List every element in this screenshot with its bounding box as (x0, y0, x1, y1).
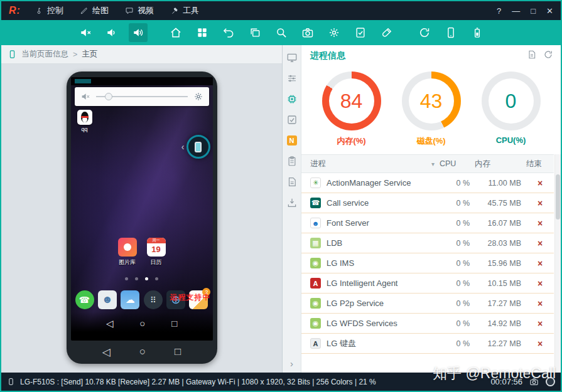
process-cpu: 0 % (440, 279, 475, 288)
header-memory[interactable]: 内存 (475, 159, 526, 169)
lg-ims-icon: ◉ (310, 258, 321, 268)
kill-process-button[interactable]: × (538, 278, 543, 289)
screenshot-icon[interactable] (298, 23, 317, 42)
bezel-home-button[interactable]: ○ (139, 346, 146, 358)
table-row[interactable]: ✳ActionManager Service0 %11.00 MB× (301, 173, 554, 193)
tasks-check-icon[interactable] (351, 23, 370, 42)
table-row[interactable]: ☻Font Server0 %16.07 MB× (301, 213, 554, 233)
process-memory: 14.92 MB (475, 319, 526, 328)
maximize-button[interactable]: □ (531, 6, 536, 16)
breadcrumb-page-info[interactable]: 当前页面信息 (21, 49, 68, 60)
process-memory: 28.03 MB (475, 239, 526, 248)
process-name: LG Intelligent Agent (327, 278, 397, 288)
help-button[interactable]: ? (497, 6, 501, 16)
dock-phone-icon[interactable]: ☎ (75, 290, 94, 309)
volume-slider-knob[interactable] (105, 93, 112, 100)
expand-panel-button[interactable]: › (290, 358, 293, 369)
recents-button[interactable]: □ (171, 318, 177, 329)
process-memory: 16.07 MB (475, 219, 526, 228)
volume-settings-icon[interactable] (193, 92, 203, 102)
export-report-button[interactable] (527, 50, 537, 62)
calendar-app[interactable]: 周一19 日历 (147, 238, 166, 267)
search-icon[interactable] (272, 23, 291, 42)
side-tab-logs[interactable] (286, 176, 298, 188)
kill-process-button[interactable]: × (538, 238, 543, 248)
menu-control[interactable]: 控制 (35, 5, 63, 16)
undo-icon[interactable] (219, 23, 238, 42)
breadcrumb-home[interactable]: 主页 (82, 49, 97, 60)
header-end[interactable]: 结束 (526, 159, 554, 169)
kill-process-button[interactable]: × (538, 178, 543, 188)
statusbar-right: 00:07:56 (490, 377, 555, 386)
qq-app-icon[interactable]: qq (77, 110, 92, 132)
minimize-button[interactable]: — (512, 6, 520, 16)
home-button[interactable]: ○ (139, 318, 145, 329)
volume-low-icon[interactable] (102, 23, 121, 42)
table-scrollbar[interactable] (554, 154, 561, 373)
phone-screen[interactable]: qq ‹ 图片库 周一19 (71, 77, 213, 341)
gallery-app[interactable]: 图片库 (118, 238, 137, 267)
table-row[interactable]: ☎Call service0 %45.75 MB× (301, 193, 554, 213)
process-memory: 11.00 MB (475, 179, 526, 188)
menu-draw-label: 绘图 (92, 5, 109, 16)
close-button[interactable]: ✕ (546, 6, 553, 16)
table-header: 进程 ▾ CPU 内存 结束 (301, 154, 554, 173)
bezel-recents-button[interactable]: □ (175, 346, 181, 358)
kill-process-button[interactable]: × (538, 299, 543, 309)
dock-app-drawer-icon[interactable]: ⠿ (144, 290, 163, 309)
kill-process-button[interactable]: × (538, 319, 543, 329)
scrollbar-thumb[interactable] (556, 174, 560, 220)
table-row[interactable]: ALG Intelligent Agent0 %10.15 MB× (301, 273, 554, 294)
home-icon[interactable] (166, 23, 185, 42)
settings-icon[interactable] (325, 23, 343, 42)
side-tab-clipboard[interactable] (286, 155, 298, 167)
battery-icon[interactable] (468, 23, 487, 42)
table-row[interactable]: ▦LDB0 %28.03 MB× (301, 233, 554, 253)
assistive-touch-button[interactable] (186, 135, 210, 159)
collapse-arrow-icon[interactable]: ‹ (181, 142, 185, 151)
assistive-touch: ‹ (181, 135, 210, 159)
screenshot-camera-icon[interactable] (529, 377, 539, 386)
phone-area: qq ‹ 图片库 周一19 (1, 64, 282, 373)
side-tab-device-controls[interactable] (286, 72, 298, 85)
apps-grid-icon[interactable] (193, 23, 212, 42)
kill-process-button[interactable]: × (538, 198, 543, 208)
header-cpu[interactable]: CPU (440, 159, 475, 168)
kill-process-button[interactable]: × (538, 258, 543, 268)
menu-video-label: 视频 (138, 5, 154, 16)
windows-icon[interactable] (246, 23, 264, 42)
record-button[interactable] (546, 377, 555, 386)
volume-slider[interactable] (96, 96, 188, 97)
table-row[interactable]: ◉LG P2p Service0 %17.27 MB× (301, 294, 554, 314)
refresh-icon[interactable] (415, 23, 434, 42)
draw-brush-icon[interactable] (377, 23, 396, 42)
sort-caret-icon[interactable]: ▾ (431, 161, 435, 167)
table-row[interactable]: ALG 键盘0 %12.27 MB× (301, 334, 554, 354)
statusbar: LG-F510S : [Send] 10.78 KB [Receive] 2.2… (1, 373, 561, 391)
table-row[interactable]: ◉LG IMS0 %15.96 MB× (301, 253, 554, 273)
menu-draw[interactable]: 绘图 (80, 5, 109, 16)
muted-speaker-icon[interactable] (80, 92, 90, 102)
side-tab-screen-info[interactable] (286, 51, 298, 64)
header-process[interactable]: 进程 (310, 159, 326, 169)
refresh-panel-button[interactable] (543, 50, 553, 62)
side-tab-notifications[interactable]: N (286, 134, 298, 147)
main-area: 当前页面信息 > 主页 qq (1, 45, 561, 373)
menu-video[interactable]: 视频 (125, 5, 154, 16)
dock-contacts-icon[interactable]: ☻ (98, 290, 117, 309)
menu-tools[interactable]: 工具 (170, 5, 199, 16)
table-row[interactable]: ◉LG WFDS Services0 %14.92 MB× (301, 314, 554, 334)
side-tab-process-info[interactable] (286, 93, 298, 105)
side-tab-permissions[interactable] (286, 114, 298, 126)
volume-high-icon[interactable] (129, 23, 148, 42)
bezel-back-button[interactable]: ◁ (102, 346, 111, 359)
back-button[interactable]: ◁ (106, 318, 114, 329)
kill-process-button[interactable]: × (538, 339, 543, 349)
dock-weather-icon[interactable]: ☁ (121, 290, 139, 309)
process-name: LG P2p Service (327, 299, 384, 308)
phone-rotate-icon[interactable] (441, 23, 460, 42)
kill-process-button[interactable]: × (538, 218, 543, 228)
side-tab-import[interactable] (286, 196, 298, 209)
side-tab-items: N (286, 51, 298, 209)
volume-mute-icon[interactable] (76, 23, 95, 42)
